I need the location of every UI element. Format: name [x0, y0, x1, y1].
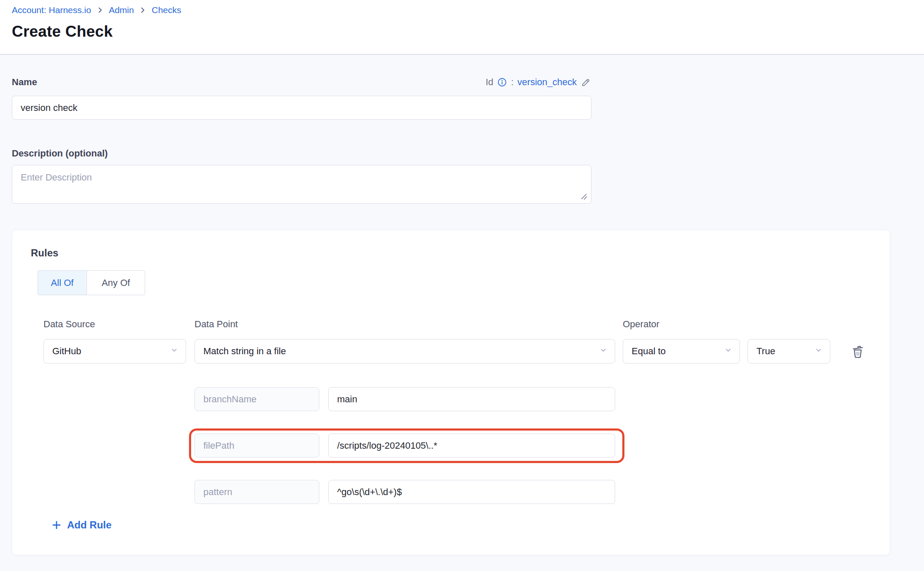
- description-textarea[interactable]: [12, 165, 592, 204]
- plus-icon: [51, 520, 62, 531]
- param-value-pattern-input[interactable]: [328, 480, 615, 504]
- breadcrumb: Account: Harness.io Admin Checks: [12, 5, 181, 15]
- param-value-filepath-input[interactable]: [328, 434, 615, 458]
- data-point-label: Data Point: [195, 319, 238, 330]
- breadcrumb-admin-link[interactable]: Admin: [109, 5, 134, 15]
- trash-icon: [850, 344, 865, 359]
- delete-rule-button[interactable]: [848, 342, 867, 361]
- name-input[interactable]: [12, 96, 592, 120]
- rules-card: Rules All Of Any Of Data Source Data Poi…: [12, 230, 890, 555]
- page-title: Create Check: [12, 23, 113, 40]
- data-point-value: Match string in a file: [203, 346, 286, 357]
- param-key-branchname: branchName: [195, 387, 319, 411]
- param-value-branchname-input[interactable]: [328, 387, 615, 411]
- rules-heading: Rules: [31, 247, 58, 259]
- param-key-filepath: filePath: [195, 434, 319, 458]
- data-source-value: GitHub: [52, 346, 81, 357]
- breadcrumb-checks-link[interactable]: Checks: [151, 5, 181, 15]
- create-check-page: Account: Harness.io Admin Checks Create …: [0, 0, 924, 571]
- chevron-down-icon: [724, 345, 733, 357]
- operator-bool-value: True: [756, 346, 775, 357]
- data-source-select[interactable]: GitHub: [43, 339, 186, 364]
- chevron-down-icon: [599, 345, 608, 357]
- page-header: Account: Harness.io Admin Checks Create …: [0, 0, 924, 55]
- add-rule-label: Add Rule: [67, 519, 111, 531]
- operator-label: Operator: [623, 319, 659, 330]
- name-label: Name: [12, 77, 37, 88]
- operator-value-select[interactable]: True: [748, 339, 830, 364]
- breadcrumb-account-link[interactable]: Account: Harness.io: [12, 5, 91, 15]
- rules-match-mode-toggle: All Of Any Of: [38, 270, 145, 295]
- operator-value: Equal to: [632, 346, 666, 357]
- chevron-right-icon: [139, 6, 146, 14]
- param-key-pattern: pattern: [195, 480, 319, 504]
- edit-pencil-icon[interactable]: [581, 77, 592, 88]
- id-label: Id: [486, 77, 493, 88]
- chevron-right-icon: [96, 6, 104, 14]
- info-icon[interactable]: [497, 77, 507, 87]
- chevron-down-icon: [814, 345, 823, 357]
- any-of-button[interactable]: Any Of: [86, 271, 145, 295]
- all-of-button[interactable]: All Of: [38, 271, 86, 295]
- description-label: Description (optional): [12, 148, 108, 159]
- add-rule-button[interactable]: Add Rule: [51, 519, 111, 531]
- data-source-label: Data Source: [43, 319, 95, 330]
- id-separator: :: [511, 77, 513, 88]
- chevron-down-icon: [170, 345, 179, 357]
- id-value[interactable]: version_check: [517, 77, 577, 88]
- id-row: Id : version_check: [486, 77, 592, 88]
- operator-select[interactable]: Equal to: [623, 339, 740, 364]
- data-point-select[interactable]: Match string in a file: [195, 339, 615, 364]
